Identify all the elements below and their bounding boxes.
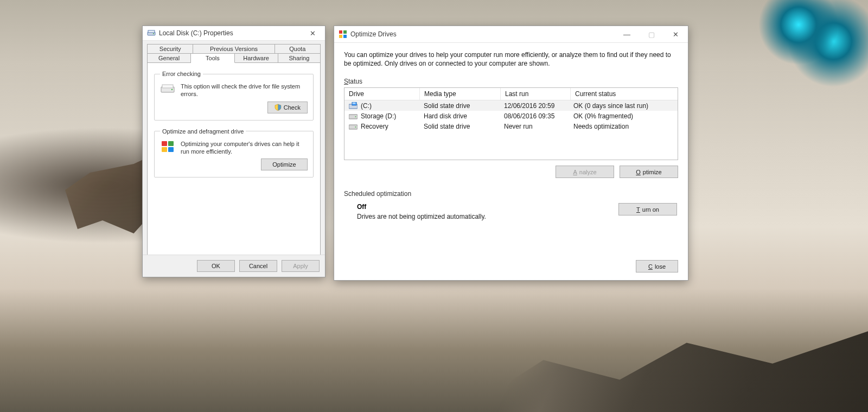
optimize-drives-button[interactable]: Optimize xyxy=(620,166,678,178)
drive-last: 08/06/2016 09:35 xyxy=(500,112,569,120)
drive-status: OK (0% fragmented) xyxy=(569,112,678,120)
drive-name: Storage (D:) xyxy=(361,112,396,120)
svg-rect-6 xyxy=(162,141,167,146)
svg-rect-18 xyxy=(349,115,358,119)
svg-rect-13 xyxy=(343,35,347,38)
apply-button[interactable]: Apply xyxy=(282,260,320,272)
hdd-drive-icon xyxy=(349,112,358,119)
tab-sharing[interactable]: Sharing xyxy=(278,53,321,62)
drive-check-icon xyxy=(160,83,176,96)
tab-quota[interactable]: Quota xyxy=(275,44,321,53)
check-button[interactable]: Check xyxy=(267,102,308,113)
schedule-description: Drives are not being optimized automatic… xyxy=(357,213,486,220)
turn-on-button[interactable]: Turn on xyxy=(618,203,677,215)
ok-button[interactable]: OK xyxy=(197,260,235,272)
svg-rect-7 xyxy=(168,141,174,146)
properties-footer: OK Cancel Apply xyxy=(143,255,325,277)
defrag-icon xyxy=(160,140,176,153)
properties-title: Local Disk (C:) Properties xyxy=(159,29,297,37)
drive-row-c[interactable]: (C:) Solid state drive 12/06/2016 20:59 … xyxy=(344,100,678,111)
tab-general[interactable]: General xyxy=(147,53,191,62)
col-last[interactable]: Last run xyxy=(501,88,571,100)
drive-media: Solid state drive xyxy=(419,123,500,130)
scheduled-optimization-label: Scheduled optimization xyxy=(344,190,678,198)
svg-rect-9 xyxy=(168,147,174,152)
os-drive-icon xyxy=(349,102,358,109)
properties-dialog: Local Disk (C:) Properties ✕ Security Pr… xyxy=(142,26,326,277)
error-checking-group: Error checking This option will check th… xyxy=(154,71,314,121)
optimize-group: Optimize and defragment drive Optimizing… xyxy=(154,128,314,178)
svg-rect-11 xyxy=(343,30,347,34)
analyze-button[interactable]: Analyze xyxy=(556,166,614,178)
properties-titlebar[interactable]: Local Disk (C:) Properties ✕ xyxy=(143,26,325,41)
tab-security[interactable]: Security xyxy=(147,44,193,53)
tab-row-2: General Tools Hardware Sharing xyxy=(147,53,321,62)
svg-rect-1 xyxy=(148,30,155,33)
shield-icon xyxy=(275,104,282,111)
close-optimize-button[interactable]: Close xyxy=(636,260,678,272)
svg-rect-12 xyxy=(339,35,342,38)
optimize-button[interactable]: Optimize xyxy=(261,159,308,170)
error-checking-text: This option will check the drive for fil… xyxy=(181,83,308,98)
optimize-legend: Optimize and defragment drive xyxy=(160,128,246,135)
drive-media: Hard disk drive xyxy=(419,112,500,120)
drive-status: Needs optimization xyxy=(569,123,678,130)
error-checking-legend: Error checking xyxy=(160,71,203,77)
svg-point-21 xyxy=(355,126,356,128)
minimize-button[interactable]: — xyxy=(615,26,639,42)
svg-rect-17 xyxy=(354,103,355,104)
svg-rect-10 xyxy=(339,30,342,34)
svg-point-5 xyxy=(171,89,173,91)
defrag-app-icon xyxy=(339,30,347,39)
svg-rect-4 xyxy=(162,85,173,88)
optimize-titlebar[interactable]: Optimize Drives — ▢ ✕ xyxy=(334,26,688,43)
col-media[interactable]: Media type xyxy=(420,88,501,100)
tab-body-tools: Error checking This option will check th… xyxy=(147,62,321,272)
optimize-title: Optimize Drives xyxy=(350,30,611,38)
drive-name: (C:) xyxy=(361,102,372,110)
svg-rect-20 xyxy=(349,125,358,129)
optimize-drives-window: Optimize Drives — ▢ ✕ You can optimize y… xyxy=(334,26,688,281)
hdd-drive-icon xyxy=(349,123,358,130)
col-drive[interactable]: Drive xyxy=(344,88,420,100)
drive-icon xyxy=(147,29,156,37)
drive-last: 12/06/2016 20:59 xyxy=(500,102,569,110)
drive-table-header[interactable]: Drive Media type Last run Current status xyxy=(344,88,678,100)
maximize-button[interactable]: ▢ xyxy=(639,26,663,42)
drive-media: Solid state drive xyxy=(419,102,500,110)
svg-point-2 xyxy=(153,33,154,34)
drive-status: OK (0 days since last run) xyxy=(569,102,678,110)
status-label: Status xyxy=(344,78,678,85)
cancel-button[interactable]: Cancel xyxy=(239,260,277,272)
close-button[interactable]: ✕ xyxy=(301,26,325,40)
optimize-description: You can optimize your drives to help you… xyxy=(344,50,678,68)
drive-row-d[interactable]: Storage (D:) Hard disk drive 08/06/2016 … xyxy=(344,111,678,121)
tab-hardware[interactable]: Hardware xyxy=(235,53,278,62)
drive-row-recovery[interactable]: Recovery Solid state drive Never run Nee… xyxy=(344,121,678,131)
tab-row-1: Security Previous Versions Quota xyxy=(147,44,321,53)
col-status[interactable]: Current status xyxy=(571,88,678,100)
drive-table: Drive Media type Last run Current status… xyxy=(344,87,678,160)
drive-name: Recovery xyxy=(361,123,388,130)
svg-rect-8 xyxy=(162,147,167,152)
close-window-button[interactable]: ✕ xyxy=(663,26,688,42)
optimize-text: Optimizing your computer's drives can he… xyxy=(181,140,308,156)
schedule-status: Off xyxy=(357,203,486,211)
check-button-label: Check xyxy=(284,104,301,111)
svg-rect-16 xyxy=(353,103,354,104)
tab-tools[interactable]: Tools xyxy=(191,53,234,63)
drive-last: Never run xyxy=(500,123,569,130)
tab-previous-versions[interactable]: Previous Versions xyxy=(193,44,275,53)
svg-point-19 xyxy=(355,116,356,117)
